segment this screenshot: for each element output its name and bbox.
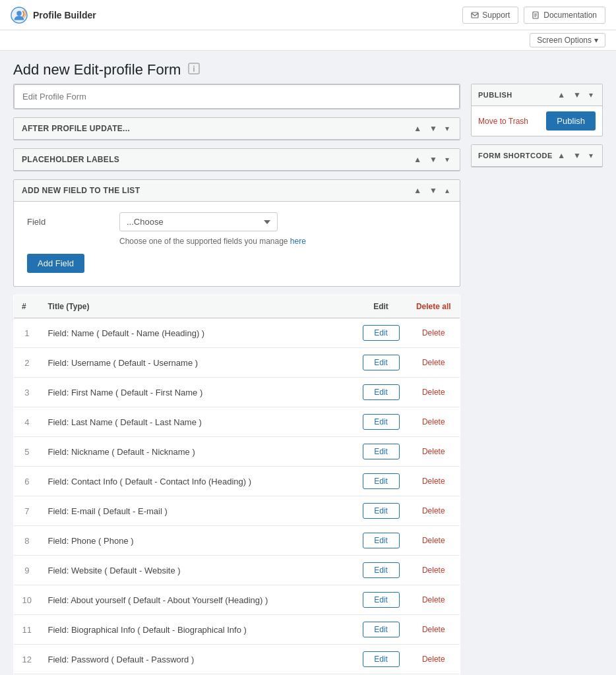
app-name: Profile Builder [33, 10, 96, 20]
col-num-header: # [14, 295, 40, 318]
delete-link[interactable]: Delete [416, 417, 452, 426]
delete-link[interactable]: Delete [416, 477, 452, 486]
row-num: 12 [14, 645, 40, 674]
add-field-header[interactable]: ADD NEW FIELD TO THE LIST ▲ ▼ ▴ [14, 180, 460, 202]
publish-button[interactable]: Publish [546, 111, 596, 131]
table-row: 1 Field: Name ( Default - Name (Heading)… [14, 318, 460, 348]
row-title: Field: Name ( Default - Name (Heading) ) [40, 318, 355, 348]
publish-panel-header[interactable]: PUBLISH ▲ ▼ ▾ [472, 84, 602, 106]
delete-link[interactable]: Delete [416, 358, 452, 367]
placeholder-labels-panel: PLACEHOLDER LABELS ▲ ▼ ▾ [13, 148, 460, 171]
documentation-button[interactable]: Documentation [524, 7, 605, 24]
top-bar: Profile Builder Support Documentation [0, 0, 616, 30]
collapse-up-button[interactable]: ▲ [411, 154, 424, 165]
toggle-button[interactable]: ▾ [586, 150, 596, 161]
edit-button[interactable]: Edit [363, 503, 400, 519]
publish-panel-title: PUBLISH [478, 91, 512, 99]
delete-link[interactable]: Delete [416, 506, 452, 515]
table-row: 8 Field: Phone ( Phone ) Edit Delete [14, 526, 460, 556]
row-num: 5 [14, 437, 40, 467]
row-title: Field: Phone ( Phone ) [40, 526, 355, 556]
form-shortcode-header[interactable]: FORM SHORTCODE ▲ ▼ ▾ [472, 145, 602, 167]
delete-link[interactable]: Delete [416, 655, 452, 664]
row-num: 7 [14, 496, 40, 526]
publish-panel: PUBLISH ▲ ▼ ▾ Move to Trash Publish [471, 84, 603, 136]
row-edit-cell: Edit [355, 467, 408, 496]
publish-actions: Move to Trash Publish [472, 106, 602, 136]
row-delete-cell: Delete [408, 318, 460, 348]
delete-link[interactable]: Delete [416, 566, 452, 575]
page-content: Edit Profile Form AFTER PROFILE UPDATE..… [0, 84, 616, 675]
delete-link[interactable]: Delete [416, 536, 452, 545]
row-edit-cell: Edit [355, 526, 408, 556]
add-field-body: Field ...Choose Choose one of the suppor… [14, 202, 460, 286]
panel-controls: ▲ ▼ ▾ [411, 123, 452, 134]
edit-button[interactable]: Edit [363, 562, 400, 578]
row-num: 10 [14, 585, 40, 615]
table-row: 12 Field: Password ( Default - Password … [14, 645, 460, 674]
edit-button[interactable]: Edit [363, 533, 400, 548]
toggle-button[interactable]: ▾ [443, 154, 452, 165]
support-button[interactable]: Support [462, 7, 518, 24]
row-delete-cell: Delete [408, 556, 460, 585]
table-row: 2 Field: Username ( Default - Username )… [14, 348, 460, 378]
toggle-button[interactable]: ▾ [443, 123, 452, 134]
add-field-controls: ▲ ▼ ▴ [411, 185, 452, 196]
collapse-down-button[interactable]: ▼ [570, 90, 584, 100]
row-edit-cell: Edit [355, 645, 408, 674]
delete-link[interactable]: Delete [416, 625, 452, 634]
collapse-up-button[interactable]: ▲ [555, 90, 568, 100]
edit-button[interactable]: Edit [363, 651, 400, 667]
placeholder-labels-header[interactable]: PLACEHOLDER LABELS ▲ ▼ ▾ [14, 149, 460, 171]
admin-bar: Screen Options ▾ [0, 30, 616, 51]
edit-button[interactable]: Edit [363, 622, 400, 637]
screen-options-button[interactable]: Screen Options ▾ [530, 33, 605, 47]
edit-button[interactable]: Edit [363, 355, 400, 370]
field-row: Field ...Choose [27, 212, 447, 231]
collapse-up-button[interactable]: ▲ [411, 123, 424, 134]
edit-button[interactable]: Edit [363, 444, 400, 459]
delete-link[interactable]: Delete [416, 328, 452, 338]
col-delete-header[interactable]: Delete all [408, 295, 460, 318]
delete-link[interactable]: Delete [416, 388, 452, 397]
edit-button[interactable]: Edit [363, 325, 400, 341]
main-column: Edit Profile Form AFTER PROFILE UPDATE..… [13, 84, 460, 675]
row-num: 2 [14, 348, 40, 378]
form-name-input[interactable]: Edit Profile Form [14, 84, 460, 109]
delete-link[interactable]: Delete [416, 595, 452, 604]
after-profile-update-header[interactable]: AFTER PROFILE UPDATE... ▲ ▼ ▾ [14, 118, 460, 140]
field-select-wrap: ...Choose [119, 212, 278, 231]
form-name-panel: Edit Profile Form [13, 84, 460, 109]
info-icon [187, 62, 200, 78]
toggle-button[interactable]: ▾ [586, 90, 596, 100]
edit-button[interactable]: Edit [363, 592, 400, 608]
toggle-button[interactable]: ▴ [443, 185, 452, 196]
edit-button[interactable]: Edit [363, 473, 400, 489]
svg-point-1 [16, 11, 21, 15]
table-row: 5 Field: Nickname ( Default - Nickname )… [14, 437, 460, 467]
collapse-down-button[interactable]: ▼ [427, 185, 440, 196]
fields-table: # Title (Type) Edit Delete all 1 Field: … [13, 295, 460, 675]
edit-button[interactable]: Edit [363, 414, 400, 430]
row-edit-cell: Edit [355, 585, 408, 615]
row-delete-cell: Delete [408, 407, 460, 437]
row-num: 9 [14, 556, 40, 585]
row-num: 3 [14, 378, 40, 407]
field-help-link[interactable]: here [290, 237, 306, 246]
table-row: 3 Field: First Name ( Default - First Na… [14, 378, 460, 407]
row-delete-cell: Delete [408, 585, 460, 615]
collapse-down-button[interactable]: ▼ [570, 150, 584, 161]
delete-link[interactable]: Delete [416, 447, 452, 456]
collapse-down-button[interactable]: ▼ [427, 154, 440, 165]
row-edit-cell: Edit [355, 615, 408, 645]
collapse-up-button[interactable]: ▲ [555, 150, 568, 161]
collapse-up-button[interactable]: ▲ [411, 185, 424, 196]
collapse-down-button[interactable]: ▼ [427, 123, 440, 134]
row-title: Field: Last Name ( Default - Last Name ) [40, 407, 355, 437]
add-field-button[interactable]: Add Field [27, 254, 84, 273]
field-select[interactable]: ...Choose [119, 212, 278, 231]
move-to-trash-link[interactable]: Move to Trash [478, 117, 528, 126]
page-header: Add new Edit-profile Form [0, 51, 616, 84]
edit-button[interactable]: Edit [363, 384, 400, 400]
table-row: 7 Field: E-mail ( Default - E-mail ) Edi… [14, 496, 460, 526]
